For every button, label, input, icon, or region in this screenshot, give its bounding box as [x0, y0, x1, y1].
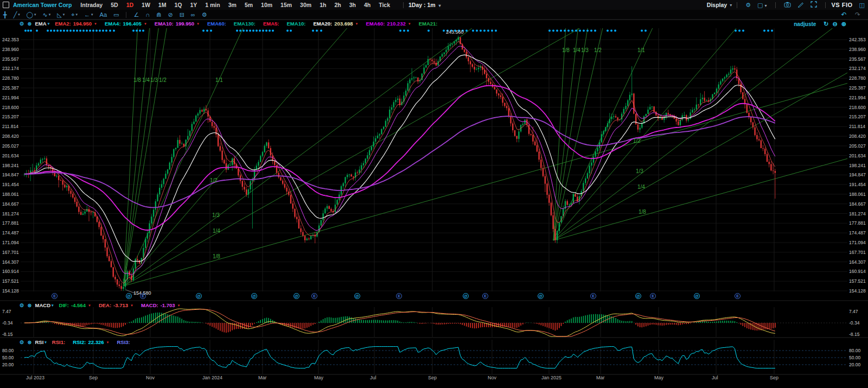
announcement-marker[interactable]: @ — [463, 293, 469, 299]
axis-label: 184.667 — [2, 201, 19, 207]
indicator-item[interactable]: RSI2:22.326▼ — [73, 339, 109, 345]
collapse-icon[interactable]: ▼ — [196, 22, 200, 26]
indicator-name[interactable]: EMA — [35, 21, 47, 27]
gann-fan-label: 1/2 — [594, 47, 602, 53]
indicator-name[interactable]: MACD — [35, 302, 51, 308]
indicator-close-icon[interactable]: ⊗ — [28, 21, 32, 27]
axis-label: 154.128 — [849, 288, 866, 294]
collapse-icon[interactable]: ▼ — [144, 22, 147, 26]
collapse-icon[interactable]: ▼ — [408, 22, 411, 26]
indicator-item[interactable]: EMA5: — [263, 21, 279, 27]
indicator-item[interactable]: MACD:-1.703▼ — [141, 302, 181, 308]
axis-label: 181.274 — [2, 211, 19, 217]
axis-label: 191.454 — [849, 182, 866, 187]
indicator-item[interactable]: EMA20:203.698▼ — [313, 21, 358, 27]
axis-label: -8.15 — [849, 332, 859, 337]
indicator-item[interactable]: EMA10: — [287, 21, 306, 27]
indicator-label: DEA: — [99, 302, 111, 308]
earnings-marker[interactable]: E — [735, 293, 741, 299]
collapse-icon[interactable]: ▼ — [88, 304, 91, 307]
axis-label: 50.00 — [849, 355, 860, 360]
indicator-item[interactable]: EMA2:194.950▼ — [55, 21, 97, 27]
axis-label: 171.094 — [2, 240, 19, 245]
announcement-marker[interactable]: @ — [635, 293, 641, 299]
axis-label: 232.174 — [849, 66, 866, 71]
indicator-settings-icon[interactable]: ⚙ — [20, 339, 24, 345]
indicator-item[interactable]: EMA60:210.232▼ — [366, 21, 411, 27]
axis-label: 225.387 — [2, 85, 19, 91]
indicator-item[interactable]: EMA60: — [207, 21, 226, 27]
axis-label: 221.994 — [2, 95, 19, 100]
gann-fan-label: 1/8 — [133, 77, 141, 83]
indicator-item[interactable]: EMA10:199.950▼ — [155, 21, 200, 27]
indicator-item[interactable]: RSI1: — [52, 339, 65, 345]
indicator-item[interactable]: DEA:-3.713▼ — [99, 302, 133, 308]
indicator-label: EMA130: — [234, 21, 256, 27]
indicator-item[interactable]: RSI3: — [117, 339, 130, 345]
axis-label: 167.701 — [849, 250, 866, 255]
gann-fan-label: 1/8 — [639, 209, 646, 215]
earnings-marker[interactable]: E — [482, 293, 488, 299]
trading-app-window: American Tower Corp Intraday5D1D1W1M1Q1Y… — [0, 0, 868, 388]
time-axis-label: Sep — [770, 375, 778, 380]
indicator-item[interactable]: EMA21: — [419, 21, 438, 27]
adjust-controls: nadjuste ↻⊖⊕ — [794, 21, 846, 28]
axis-label: 174.487 — [2, 230, 19, 236]
axis-label: 20.00 — [2, 362, 14, 367]
axis-label: 20.00 — [849, 362, 860, 367]
indicator-label: RSI3: — [117, 339, 130, 345]
axis-label: 242.353 — [849, 37, 866, 42]
axis-label: 160.914 — [849, 269, 866, 274]
macd-values: DIF:-4.564▼DEA:-3.713▼MACD:-1.703▼ — [59, 302, 188, 308]
time-axis-label: Jul 2023 — [26, 375, 44, 380]
adjust-label[interactable]: nadjuste — [794, 21, 816, 27]
collapse-icon[interactable]: ▼ — [355, 22, 359, 26]
ema-indicator-row: ⚙ ⊗ EMA ▾ EMA2:194.950▼EMA4:196.405▼EMA1… — [20, 21, 445, 27]
indicator-item[interactable]: EMA130: — [234, 21, 256, 27]
zoom-in-icon[interactable]: ⊕ — [841, 21, 846, 27]
collapse-icon[interactable]: ▼ — [94, 22, 97, 26]
gann-fan-label: 1/3 — [581, 47, 589, 53]
earnings-marker[interactable]: E — [650, 293, 656, 299]
indicator-value: -4.564 — [71, 302, 86, 308]
announcement-marker[interactable]: @ — [293, 293, 299, 299]
earnings-marker[interactable]: E — [52, 293, 58, 299]
earnings-marker[interactable]: E — [140, 293, 146, 299]
axis-label: 188.061 — [2, 192, 19, 197]
axis-label: 164.307 — [2, 259, 19, 265]
indicator-name[interactable]: RSI — [35, 339, 44, 345]
indicator-settings-icon[interactable]: ⚙ — [20, 302, 24, 308]
axis-label: 242.353 — [2, 37, 19, 42]
indicator-close-icon[interactable]: ⊗ — [28, 339, 32, 345]
indicator-item[interactable]: DIF:-4.564▼ — [59, 302, 91, 308]
chart-canvas[interactable] — [0, 0, 868, 388]
axis-label: 211.814 — [849, 124, 865, 129]
indicator-settings-icon[interactable]: ⚙ — [20, 21, 24, 27]
announcement-marker[interactable]: @ — [694, 293, 700, 299]
indicator-close-icon[interactable]: ⊗ — [28, 302, 32, 308]
earnings-marker[interactable]: E — [311, 293, 317, 299]
axis-label: 188.061 — [849, 192, 866, 197]
announcement-marker[interactable]: @ — [126, 293, 132, 299]
gann-fan-label: 1/2 — [210, 177, 218, 183]
earnings-marker[interactable]: E — [396, 293, 402, 299]
gann-fan-label: 1/3 — [150, 77, 158, 83]
indicator-label: MACD: — [141, 302, 158, 308]
zoom-out-icon[interactable]: ⊖ — [833, 21, 838, 27]
reset-zoom-icon[interactable]: ↻ — [824, 21, 828, 27]
high-price-label: 243.560 — [446, 29, 464, 35]
collapse-icon[interactable]: ▼ — [177, 304, 181, 307]
earnings-marker[interactable]: E — [590, 293, 596, 299]
indicator-value: 194.950 — [73, 21, 92, 27]
indicator-item[interactable]: EMA4:196.405▼ — [105, 21, 147, 27]
axis-label: 208.420 — [2, 133, 19, 139]
announcement-marker[interactable]: @ — [354, 293, 360, 299]
collapse-icon[interactable]: ▼ — [130, 304, 133, 307]
announcement-marker[interactable]: @ — [196, 293, 202, 299]
axis-label: 171.094 — [849, 240, 866, 245]
indicator-value: -3.713 — [113, 302, 128, 308]
collapse-icon[interactable]: ▼ — [106, 341, 110, 344]
axis-label: 205.027 — [849, 143, 866, 149]
announcement-marker[interactable]: @ — [251, 293, 257, 299]
announcement-marker[interactable]: @ — [538, 293, 544, 299]
